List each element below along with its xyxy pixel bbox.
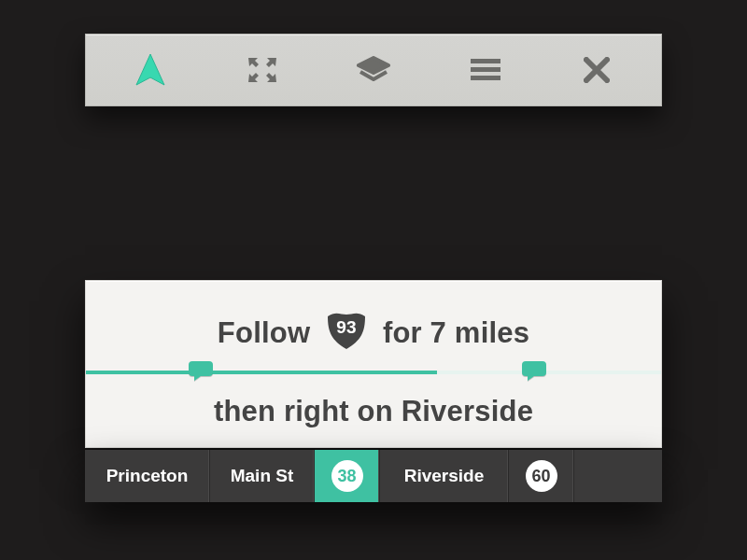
- fullscreen-button[interactable]: [237, 51, 288, 89]
- route-step-street[interactable]: Riverside: [380, 450, 509, 502]
- direction-progress: [86, 369, 661, 376]
- svg-rect-2: [471, 76, 500, 80]
- highway-badge: 60: [526, 460, 557, 492]
- speech-bubble-icon: [522, 359, 546, 382]
- direction-line-1: Follow 93 for 7 miles: [86, 311, 661, 350]
- route-step-street[interactable]: Princeton: [85, 450, 210, 502]
- layers-icon: [355, 56, 392, 84]
- direction-card: Follow 93 for 7 miles then right on Rive…: [85, 280, 662, 448]
- progress-fill: [86, 371, 437, 374]
- direction-line1-prefix: Follow: [218, 316, 310, 349]
- close-icon: [584, 57, 610, 83]
- menu-icon: [471, 58, 500, 82]
- nav-arrow-button[interactable]: [125, 51, 176, 89]
- highway-badge: 38: [331, 460, 363, 492]
- route-step-street[interactable]: Main St: [210, 450, 315, 502]
- route-step-highway[interactable]: 38: [315, 450, 380, 502]
- svg-rect-1: [471, 67, 500, 72]
- route-step-highway[interactable]: 60: [509, 450, 574, 502]
- direction-line1-suffix: for 7 miles: [383, 316, 529, 349]
- route-steps-bar: PrincetonMain St38Riverside60: [85, 450, 662, 502]
- route-step-spacer: [574, 450, 662, 502]
- navigation-arrow-icon: [134, 53, 166, 87]
- speech-bubble-icon: [189, 359, 213, 382]
- fullscreen-icon: [247, 56, 278, 84]
- svg-rect-0: [471, 59, 500, 63]
- highway-shield: 93: [324, 311, 369, 350]
- layers-button[interactable]: [348, 51, 399, 89]
- progress-marker-1[interactable]: [189, 359, 213, 380]
- toolbar: [85, 34, 662, 106]
- progress-marker-2[interactable]: [522, 359, 546, 380]
- menu-button[interactable]: [460, 51, 511, 89]
- close-button[interactable]: [571, 51, 622, 89]
- highway-number: 93: [324, 317, 369, 338]
- direction-line-2: then right on Riverside: [86, 395, 661, 428]
